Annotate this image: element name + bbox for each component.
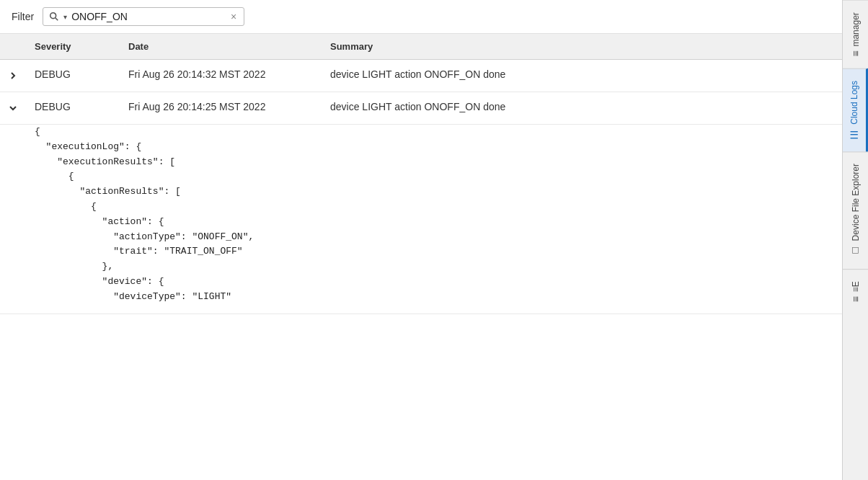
device-file-explorer-icon: □	[850, 246, 862, 257]
expander-cell	[0, 60, 26, 92]
sidebar-tab-bottom-label: ≡E	[851, 281, 861, 292]
sidebar-tab-manager-label: manager	[851, 12, 861, 46]
svg-line-1	[56, 18, 58, 21]
summary-cell: device LIGHT action ONOFF_ON done	[322, 92, 842, 125]
filter-dropdown-arrow-icon[interactable]: ▾	[63, 13, 67, 21]
sidebar-tab-manager[interactable]: ≡ manager	[843, 0, 868, 68]
severity-cell: DEBUG	[26, 92, 120, 125]
filter-input-wrapper: ▾ ×	[43, 7, 244, 26]
bottom-tab-icon: ≡	[850, 296, 862, 302]
table-header-row: Severity Date Summary	[0, 34, 842, 60]
table-row: DEBUGFri Aug 26 20:14:32 MST 2022device …	[0, 60, 842, 92]
detail-cell: { "executionLog": { "executionResults": …	[0, 125, 842, 314]
sidebar-tab-device-file-explorer[interactable]: □ Device File Explorer	[843, 151, 868, 268]
col-header-severity: Severity	[26, 34, 120, 60]
log-table-body: DEBUGFri Aug 26 20:14:32 MST 2022device …	[0, 60, 842, 314]
expander-cell	[0, 92, 26, 125]
row-expander-button[interactable]	[6, 68, 20, 83]
log-table: Severity Date Summary DEBUGFri Aug 26 20…	[0, 34, 842, 314]
col-header-date: Date	[120, 34, 322, 60]
filter-label: Filter	[12, 11, 34, 22]
date-cell: Fri Aug 26 20:14:32 MST 2022	[120, 60, 322, 92]
sidebar-tab-device-file-explorer-label: Device File Explorer	[851, 164, 861, 241]
col-header-expander	[0, 34, 26, 60]
severity-cell: DEBUG	[26, 60, 120, 92]
sidebar-tab-bottom[interactable]: ≡ ≡E	[843, 269, 868, 314]
sidebar-tab-cloud-logs-label: Cloud Logs	[849, 81, 859, 125]
col-header-summary: Summary	[322, 34, 842, 60]
detail-row: { "executionLog": { "executionResults": …	[0, 125, 842, 314]
search-icon	[49, 12, 59, 22]
summary-cell: device LIGHT action ONOFF_ON done	[322, 60, 842, 92]
cloud-logs-icon: ☰	[849, 128, 860, 140]
right-sidebar: ≡ manager ☰ Cloud Logs □ Device File Exp…	[842, 0, 868, 480]
filter-input[interactable]	[71, 11, 225, 22]
manager-icon: ≡	[850, 50, 862, 56]
filter-bar: Filter ▾ ×	[0, 0, 842, 34]
svg-point-0	[50, 13, 56, 19]
table-row: DEBUGFri Aug 26 20:14:25 MST 2022device …	[0, 92, 842, 125]
date-cell: Fri Aug 26 20:14:25 MST 2022	[120, 92, 322, 125]
log-table-wrapper: Severity Date Summary DEBUGFri Aug 26 20…	[0, 34, 842, 480]
main-area: Filter ▾ × Severity	[0, 0, 842, 480]
sidebar-tab-cloud-logs[interactable]: ☰ Cloud Logs	[843, 68, 868, 152]
filter-clear-button[interactable]: ×	[229, 12, 238, 22]
row-expander-button[interactable]	[6, 101, 20, 115]
